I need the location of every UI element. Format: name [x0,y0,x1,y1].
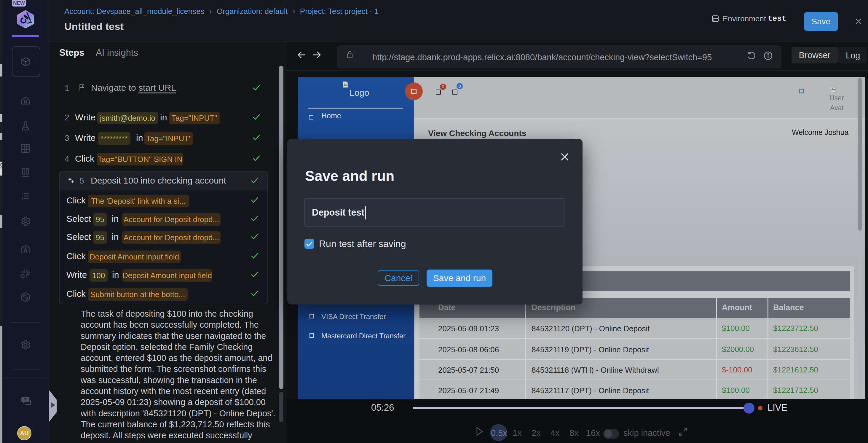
svg-text:?: ? [24,397,27,402]
